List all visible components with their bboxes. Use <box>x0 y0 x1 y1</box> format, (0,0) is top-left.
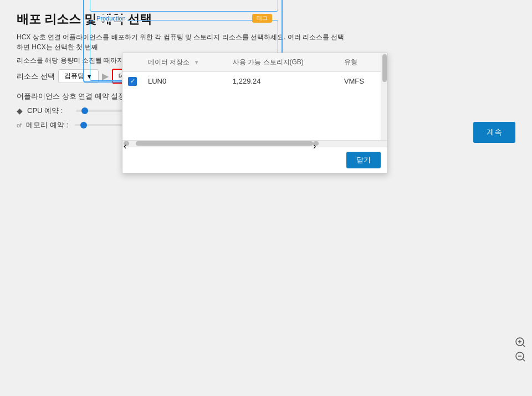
popup-scrollbar-thumb <box>382 54 387 82</box>
svg-line-6 <box>523 359 525 361</box>
col-header-storage: 사용 가능 스토리지(GB) <box>227 53 339 72</box>
page-container: 배포 리소스 및 예약 선택 HCX 상호 연결 어플라이언스를 배포하기 위한… <box>0 0 532 396</box>
h-scroll-thumb <box>136 141 313 146</box>
datastore-popup: 데이터 저장소 ▼ 사용 가능 스토리지(GB) 유형 <box>122 53 388 173</box>
h-scroll-left-arrow[interactable]: ‹ <box>124 141 129 146</box>
zoom-out-icon <box>515 351 526 362</box>
row-datastore-name: LUN0 <box>142 72 227 90</box>
empty-row-3 <box>122 124 387 140</box>
row-storage-value: 1,229.24 <box>227 72 339 90</box>
svg-line-3 <box>523 344 525 347</box>
row-type-value: VMFS <box>339 72 381 90</box>
zoom-in-icon <box>515 337 526 348</box>
col-header-checkbox <box>122 53 142 72</box>
popup-table: 데이터 저장소 ▼ 사용 가능 스토리지(GB) 유형 <box>122 53 387 140</box>
zoom-in-button[interactable] <box>514 336 526 348</box>
sort-icon-datastore[interactable]: ▼ <box>194 59 200 65</box>
col-header-storage-label: 사용 가능 스토리지(GB) <box>233 58 304 66</box>
popup-close-button[interactable]: 닫기 <box>346 152 381 168</box>
col-header-datastore: 데이터 저장소 ▼ <box>142 53 227 72</box>
popup-table-wrapper: 데이터 저장소 ▼ 사용 가능 스토리지(GB) 유형 <box>122 53 387 140</box>
empty-row-1 <box>122 90 387 107</box>
col-header-type: 유형 <box>339 53 381 72</box>
popup-vertical-scrollbar[interactable] <box>381 53 387 140</box>
table-row[interactable]: ✓ LUN0 1,229.24 VMFS <box>122 72 387 90</box>
production-tag: 태그 <box>252 14 272 23</box>
h-scroll-right-arrow[interactable]: › <box>313 141 319 146</box>
row-checkbox-cell[interactable]: ✓ <box>122 72 142 90</box>
empty-row-2 <box>122 107 387 124</box>
popup-horizontal-scrollbar[interactable]: ‹ › <box>122 140 387 147</box>
popup-footer: 닫기 <box>122 147 387 173</box>
production-label: Production <box>95 15 127 22</box>
row-checkbox[interactable]: ✓ <box>128 77 137 86</box>
zoom-out-button[interactable] <box>514 351 526 363</box>
zoom-controls <box>514 336 526 363</box>
col-header-type-label: 유형 <box>344 58 357 66</box>
datacenter-box: Datacenter-1 <box>90 0 278 12</box>
col-header-datastore-label: 데이터 저장소 <box>148 58 190 66</box>
